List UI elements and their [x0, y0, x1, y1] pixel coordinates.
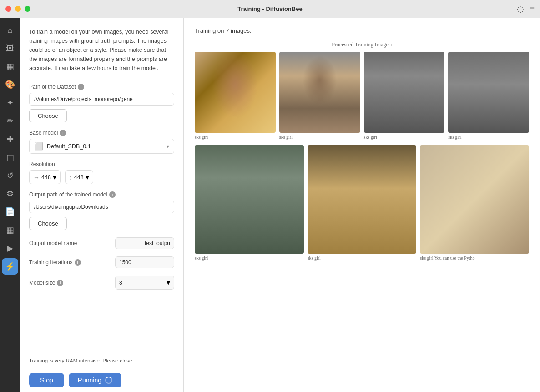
- title-bar-right: ◌ ≡: [517, 4, 535, 14]
- running-spinner: [105, 377, 112, 384]
- left-panel: To train a model on your own images, you…: [20, 18, 184, 392]
- training-image-5: [195, 145, 304, 254]
- training-image-7: [420, 145, 529, 254]
- sidebar-item-training[interactable]: ⚡: [2, 258, 18, 275]
- model-size-chevron-icon: ▾: [167, 278, 170, 287]
- sidebar-item-history[interactable]: ↺: [2, 167, 18, 184]
- sidebar-item-grid[interactable]: ▦: [2, 222, 18, 238]
- resolution-width-value: 448: [41, 174, 51, 181]
- output-path-label: Output path of the trained model i: [29, 191, 174, 198]
- model-icon: ⬜: [34, 142, 43, 151]
- model-size-selector[interactable]: 8 ▾: [115, 276, 174, 290]
- width-chevron-icon: ▾: [53, 173, 56, 181]
- sidebar-item-image[interactable]: 🖼: [2, 40, 18, 56]
- output-name-field: Output model name: [29, 237, 174, 249]
- output-name-label: Output model name: [29, 240, 77, 246]
- resolution-width-selector[interactable]: ↔ 448 ▾: [29, 170, 61, 184]
- loading-icon: ◌: [517, 4, 524, 14]
- sidebar-item-brush[interactable]: ✏: [2, 113, 18, 129]
- image-grid-row2: sks girl sks girl sks girl You can use t…: [195, 145, 529, 261]
- dataset-choose-button[interactable]: Choose: [29, 109, 67, 122]
- model-size-label: Model size: [29, 280, 55, 286]
- output-path-choose-button[interactable]: Choose: [29, 217, 67, 230]
- base-model-info-icon[interactable]: i: [60, 130, 66, 136]
- resolution-height-selector[interactable]: ↕ 448 ▾: [65, 170, 93, 184]
- minimize-button[interactable]: [15, 6, 21, 12]
- height-chevron-icon: ▾: [86, 173, 89, 181]
- height-icon: ↕: [69, 174, 72, 181]
- sidebar-item-cross[interactable]: ✚: [2, 131, 18, 147]
- menu-icon[interactable]: ≡: [530, 4, 535, 14]
- sidebar-item-gallery[interactable]: ▦: [2, 58, 18, 75]
- image-caption-1: sks girl: [195, 135, 276, 140]
- sidebar: ⌂ 🖼 ▦ 🎨 ✦ ✏ ✚ ◫ ↺ ⚙ 📄 ▦ ▶ ⚡: [0, 18, 20, 392]
- list-item: sks girl: [308, 145, 417, 261]
- output-path-field-group: Output path of the trained model i Choos…: [29, 191, 174, 230]
- model-size-field: Model size i 8 ▾: [29, 276, 174, 290]
- stop-button[interactable]: Stop: [29, 373, 64, 387]
- right-panel: Training on 7 images. Processed Training…: [184, 18, 540, 392]
- dataset-input[interactable]: [29, 93, 174, 106]
- resolution-label-text: Resolution: [29, 161, 55, 167]
- list-item: sks girl: [448, 52, 529, 140]
- list-item: sks girl: [195, 52, 276, 140]
- model-size-info-icon[interactable]: i: [57, 280, 63, 286]
- close-button[interactable]: [5, 6, 11, 12]
- image-caption-5: sks girl: [195, 256, 304, 261]
- output-path-input[interactable]: [29, 201, 174, 213]
- training-iterations-label: Training Iterations: [29, 259, 73, 266]
- list-item: sks girl: [364, 52, 445, 140]
- processed-label: Processed Training Images:: [195, 41, 529, 48]
- maximize-button[interactable]: [25, 6, 30, 12]
- training-image-6: [308, 145, 417, 254]
- base-model-label: Base model i: [29, 130, 174, 136]
- sidebar-item-tools[interactable]: ⚙: [2, 186, 18, 202]
- dataset-field-group: Path of the Dataset i Choose: [29, 84, 174, 122]
- image-grid-row1: sks girl sks girl sks girl sks girl: [195, 52, 529, 140]
- main-layout: ⌂ 🖼 ▦ 🎨 ✦ ✏ ✚ ◫ ↺ ⚙ 📄 ▦ ▶ ⚡ To train a m…: [0, 18, 540, 392]
- base-model-selector[interactable]: ⬜ Default_SDB_0.1 ▾: [29, 139, 174, 154]
- training-iterations-input[interactable]: [115, 256, 174, 268]
- sidebar-item-video[interactable]: ▶: [2, 240, 18, 256]
- output-path-info-icon[interactable]: i: [109, 191, 116, 198]
- sidebar-item-palette[interactable]: 🎨: [2, 76, 18, 93]
- window-title: Training - DiffusionBee: [237, 5, 302, 12]
- list-item: sks girl: [279, 52, 360, 140]
- description-text: To train a model on your own images, you…: [29, 27, 174, 73]
- width-icon: ↔: [33, 174, 40, 181]
- training-iterations-field: Training Iterations i: [29, 256, 174, 268]
- training-iterations-info-icon[interactable]: i: [75, 259, 81, 266]
- window-controls: [5, 6, 30, 12]
- bottom-bar: Stop Running: [20, 368, 183, 392]
- training-count: Training on 7 images.: [195, 27, 529, 34]
- training-image-1: [195, 52, 276, 133]
- resolution-label: Resolution: [29, 161, 174, 167]
- sidebar-item-home[interactable]: ⌂: [2, 22, 18, 38]
- image-caption-3: sks girl: [364, 135, 445, 140]
- base-model-field-group: Base model i ⬜ Default_SDB_0.1 ▾: [29, 130, 174, 154]
- image-caption-7: sks girl You can use the Pytho: [420, 256, 529, 261]
- training-image-2: [279, 52, 360, 133]
- dataset-label: Path of the Dataset i: [29, 84, 174, 90]
- image-caption-6: sks girl: [308, 256, 417, 261]
- training-image-3: [364, 52, 445, 133]
- running-button[interactable]: Running: [69, 373, 121, 387]
- list-item: sks girl: [195, 145, 304, 261]
- sidebar-item-wand[interactable]: ✦: [2, 95, 18, 111]
- sidebar-item-document[interactable]: 📄: [2, 204, 18, 220]
- sidebar-item-layers[interactable]: ◫: [2, 149, 18, 166]
- training-image-4: [448, 52, 529, 133]
- title-bar: Training - DiffusionBee ◌ ≡: [0, 0, 540, 18]
- image-caption-2: sks girl: [279, 135, 360, 140]
- running-button-label: Running: [78, 377, 101, 384]
- resolution-field-group: Resolution ↔ 448 ▾ ↕ 448 ▾: [29, 161, 174, 184]
- list-item: sks girl You can use the Pytho: [420, 145, 529, 261]
- model-name: Default_SDB_0.1: [47, 143, 163, 150]
- output-name-input[interactable]: [115, 237, 174, 249]
- dataset-info-icon[interactable]: i: [78, 84, 84, 90]
- output-path-label-text: Output path of the trained model: [29, 191, 107, 198]
- model-size-value: 8: [119, 280, 165, 286]
- dataset-label-text: Path of the Dataset: [29, 84, 76, 90]
- resolution-row: ↔ 448 ▾ ↕ 448 ▾: [29, 170, 174, 184]
- base-model-label-text: Base model: [29, 130, 58, 136]
